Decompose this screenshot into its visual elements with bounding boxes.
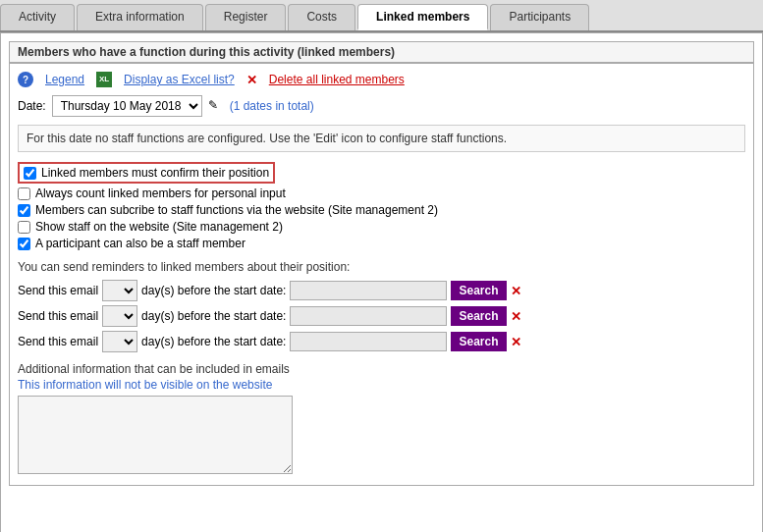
- date-select[interactable]: Thursday 10 May 2018: [52, 95, 202, 117]
- reminder-row-1: Send this email day(s) before the start …: [18, 305, 745, 327]
- legend-row: ? Legend XL Display as Excel list? ✕ Del…: [18, 72, 745, 87]
- section-box: ? Legend XL Display as Excel list? ✕ Del…: [9, 63, 754, 486]
- tab-costs[interactable]: Costs: [288, 4, 355, 30]
- reminder-delete-0[interactable]: ✕: [511, 284, 521, 298]
- reminder-input-0[interactable]: [290, 281, 447, 300]
- dates-info: (1 dates in total): [230, 99, 314, 113]
- checkbox-label-0: Linked members must confirm their positi…: [41, 166, 269, 180]
- checkbox-label-4: A participant can also be a staff member: [35, 237, 245, 250]
- tab-linked-members[interactable]: Linked members: [357, 4, 488, 30]
- reminder-prefix-2: Send this email: [18, 335, 98, 348]
- reminder-suffix-0: day(s) before the start date:: [141, 284, 286, 297]
- search-button-0[interactable]: Search: [451, 281, 506, 300]
- checkbox-1[interactable]: [18, 187, 30, 200]
- tab-activity[interactable]: Activity: [0, 4, 75, 30]
- section-header: Members who have a function during this …: [9, 41, 754, 63]
- checkbox-label-2: Members can subcribe to staff functions …: [35, 203, 438, 217]
- checkbox-item-2: Members can subcribe to staff functions …: [18, 203, 745, 217]
- reminder-select-2[interactable]: [102, 331, 137, 352]
- checkbox-item-0: Linked members must confirm their positi…: [18, 162, 275, 184]
- reminder-prefix-1: Send this email: [18, 309, 98, 323]
- reminder-input-1[interactable]: [290, 306, 447, 326]
- reminder-select-0[interactable]: [102, 280, 137, 301]
- delete-x-icon: ✕: [246, 73, 257, 87]
- additional-textarea[interactable]: [18, 396, 293, 474]
- checkbox-group: Linked members must confirm their positi…: [18, 162, 745, 250]
- reminder-delete-2[interactable]: ✕: [511, 335, 521, 349]
- tab-register[interactable]: Register: [205, 4, 287, 30]
- additional-sublabel: This information will not be visible on …: [18, 378, 745, 392]
- edit-icon[interactable]: ✎: [208, 98, 224, 114]
- checkbox-0[interactable]: [24, 167, 36, 180]
- info-box: For this date no staff functions are con…: [18, 125, 745, 152]
- additional-section: Additional information that can be inclu…: [18, 362, 745, 477]
- reminder-prefix-0: Send this email: [18, 284, 98, 297]
- legend-link[interactable]: Legend: [45, 73, 84, 86]
- reminder-delete-1[interactable]: ✕: [511, 309, 521, 324]
- tabs-bar: Activity Extra information Register Cost…: [0, 0, 763, 32]
- info-message: For this date no staff functions are con…: [27, 132, 507, 145]
- reminder-label: You can send reminders to linked members…: [18, 260, 745, 274]
- checkbox-item-3: Show staff on the website (Site manageme…: [18, 220, 745, 234]
- reminder-suffix-2: day(s) before the start date:: [141, 335, 286, 348]
- checkbox-item-1: Always count linked members for personal…: [18, 186, 745, 200]
- question-icon[interactable]: ?: [18, 72, 33, 87]
- reminder-row-0: Send this email day(s) before the start …: [18, 280, 745, 301]
- reminder-suffix-1: day(s) before the start date:: [141, 309, 286, 323]
- checkbox-label-3: Show staff on the website (Site manageme…: [35, 220, 283, 234]
- checkbox-3[interactable]: [18, 221, 30, 234]
- excel-link[interactable]: Display as Excel list?: [124, 73, 235, 86]
- reminder-input-2[interactable]: [290, 332, 447, 351]
- checkbox-4[interactable]: [18, 238, 30, 250]
- excel-icon[interactable]: XL: [96, 72, 112, 87]
- reminder-select-1[interactable]: [102, 305, 137, 327]
- checkbox-2[interactable]: [18, 204, 30, 217]
- main-content: Members who have a function during this …: [0, 32, 763, 532]
- reminder-row-2: Send this email day(s) before the start …: [18, 331, 745, 352]
- delete-link[interactable]: Delete all linked members: [269, 73, 405, 86]
- section-title: Members who have a function during this …: [18, 45, 395, 59]
- additional-label: Additional information that can be inclu…: [18, 362, 745, 376]
- checkbox-label-1: Always count linked members for personal…: [35, 186, 286, 200]
- checkbox-item-4: A participant can also be a staff member: [18, 237, 745, 250]
- search-button-2[interactable]: Search: [451, 332, 506, 351]
- reminder-rows: Send this email day(s) before the start …: [18, 280, 745, 352]
- tab-participants[interactable]: Participants: [490, 4, 589, 30]
- tab-extra-information[interactable]: Extra information: [77, 4, 203, 30]
- date-label: Date:: [18, 99, 46, 113]
- date-row: Date: Thursday 10 May 2018 ✎ (1 dates in…: [18, 95, 745, 117]
- search-button-1[interactable]: Search: [451, 306, 506, 326]
